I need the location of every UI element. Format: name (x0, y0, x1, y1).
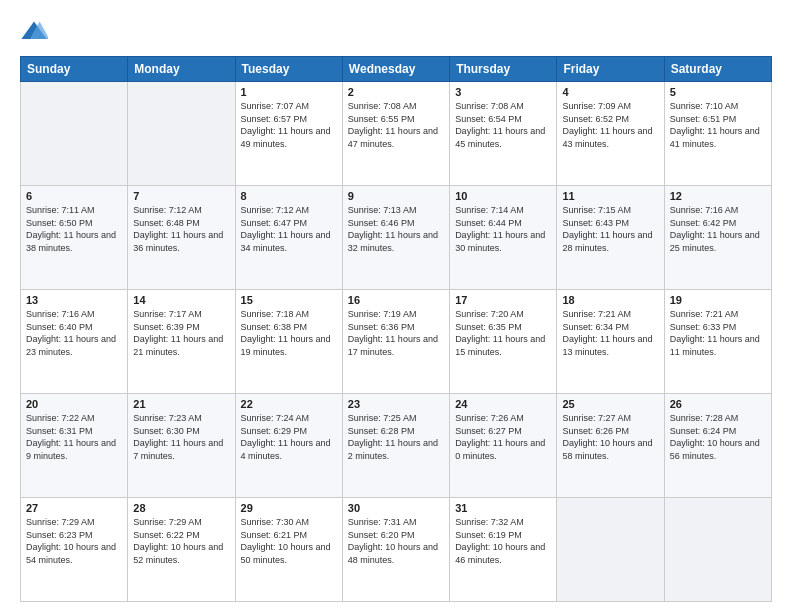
cell-info: Sunrise: 7:13 AMSunset: 6:46 PMDaylight:… (348, 205, 438, 253)
calendar-header-monday: Monday (128, 57, 235, 82)
calendar-cell: 25Sunrise: 7:27 AMSunset: 6:26 PMDayligh… (557, 394, 664, 498)
cell-info: Sunrise: 7:09 AMSunset: 6:52 PMDaylight:… (562, 101, 652, 149)
calendar-header-row: SundayMondayTuesdayWednesdayThursdayFrid… (21, 57, 772, 82)
day-number: 6 (26, 190, 122, 202)
day-number: 17 (455, 294, 551, 306)
cell-info: Sunrise: 7:25 AMSunset: 6:28 PMDaylight:… (348, 413, 438, 461)
cell-info: Sunrise: 7:15 AMSunset: 6:43 PMDaylight:… (562, 205, 652, 253)
day-number: 16 (348, 294, 444, 306)
calendar-cell: 8Sunrise: 7:12 AMSunset: 6:47 PMDaylight… (235, 186, 342, 290)
day-number: 27 (26, 502, 122, 514)
calendar-header-saturday: Saturday (664, 57, 771, 82)
day-number: 20 (26, 398, 122, 410)
cell-info: Sunrise: 7:20 AMSunset: 6:35 PMDaylight:… (455, 309, 545, 357)
day-number: 7 (133, 190, 229, 202)
calendar-cell: 23Sunrise: 7:25 AMSunset: 6:28 PMDayligh… (342, 394, 449, 498)
calendar-cell: 10Sunrise: 7:14 AMSunset: 6:44 PMDayligh… (450, 186, 557, 290)
calendar-cell (557, 498, 664, 602)
calendar-cell: 31Sunrise: 7:32 AMSunset: 6:19 PMDayligh… (450, 498, 557, 602)
cell-info: Sunrise: 7:29 AMSunset: 6:23 PMDaylight:… (26, 517, 116, 565)
day-number: 21 (133, 398, 229, 410)
logo-icon (20, 18, 48, 46)
calendar-cell: 9Sunrise: 7:13 AMSunset: 6:46 PMDaylight… (342, 186, 449, 290)
calendar-cell: 29Sunrise: 7:30 AMSunset: 6:21 PMDayligh… (235, 498, 342, 602)
day-number: 1 (241, 86, 337, 98)
calendar-cell: 16Sunrise: 7:19 AMSunset: 6:36 PMDayligh… (342, 290, 449, 394)
calendar-cell: 18Sunrise: 7:21 AMSunset: 6:34 PMDayligh… (557, 290, 664, 394)
calendar-cell: 17Sunrise: 7:20 AMSunset: 6:35 PMDayligh… (450, 290, 557, 394)
cell-info: Sunrise: 7:16 AMSunset: 6:40 PMDaylight:… (26, 309, 116, 357)
cell-info: Sunrise: 7:12 AMSunset: 6:48 PMDaylight:… (133, 205, 223, 253)
cell-info: Sunrise: 7:12 AMSunset: 6:47 PMDaylight:… (241, 205, 331, 253)
calendar: SundayMondayTuesdayWednesdayThursdayFrid… (20, 56, 772, 602)
calendar-cell: 13Sunrise: 7:16 AMSunset: 6:40 PMDayligh… (21, 290, 128, 394)
logo (20, 18, 52, 46)
calendar-cell: 3Sunrise: 7:08 AMSunset: 6:54 PMDaylight… (450, 82, 557, 186)
cell-info: Sunrise: 7:30 AMSunset: 6:21 PMDaylight:… (241, 517, 331, 565)
calendar-week-5: 27Sunrise: 7:29 AMSunset: 6:23 PMDayligh… (21, 498, 772, 602)
calendar-week-1: 1Sunrise: 7:07 AMSunset: 6:57 PMDaylight… (21, 82, 772, 186)
cell-info: Sunrise: 7:11 AMSunset: 6:50 PMDaylight:… (26, 205, 116, 253)
day-number: 28 (133, 502, 229, 514)
day-number: 8 (241, 190, 337, 202)
cell-info: Sunrise: 7:24 AMSunset: 6:29 PMDaylight:… (241, 413, 331, 461)
day-number: 25 (562, 398, 658, 410)
day-number: 18 (562, 294, 658, 306)
cell-info: Sunrise: 7:18 AMSunset: 6:38 PMDaylight:… (241, 309, 331, 357)
calendar-cell: 21Sunrise: 7:23 AMSunset: 6:30 PMDayligh… (128, 394, 235, 498)
day-number: 26 (670, 398, 766, 410)
cell-info: Sunrise: 7:26 AMSunset: 6:27 PMDaylight:… (455, 413, 545, 461)
day-number: 15 (241, 294, 337, 306)
day-number: 11 (562, 190, 658, 202)
cell-info: Sunrise: 7:17 AMSunset: 6:39 PMDaylight:… (133, 309, 223, 357)
calendar-cell (21, 82, 128, 186)
cell-info: Sunrise: 7:31 AMSunset: 6:20 PMDaylight:… (348, 517, 438, 565)
cell-info: Sunrise: 7:07 AMSunset: 6:57 PMDaylight:… (241, 101, 331, 149)
day-number: 22 (241, 398, 337, 410)
calendar-header-friday: Friday (557, 57, 664, 82)
cell-info: Sunrise: 7:16 AMSunset: 6:42 PMDaylight:… (670, 205, 760, 253)
calendar-header-sunday: Sunday (21, 57, 128, 82)
calendar-week-4: 20Sunrise: 7:22 AMSunset: 6:31 PMDayligh… (21, 394, 772, 498)
day-number: 2 (348, 86, 444, 98)
calendar-cell: 4Sunrise: 7:09 AMSunset: 6:52 PMDaylight… (557, 82, 664, 186)
page: SundayMondayTuesdayWednesdayThursdayFrid… (0, 0, 792, 612)
calendar-week-3: 13Sunrise: 7:16 AMSunset: 6:40 PMDayligh… (21, 290, 772, 394)
calendar-cell: 28Sunrise: 7:29 AMSunset: 6:22 PMDayligh… (128, 498, 235, 602)
cell-info: Sunrise: 7:28 AMSunset: 6:24 PMDaylight:… (670, 413, 760, 461)
calendar-header-wednesday: Wednesday (342, 57, 449, 82)
calendar-header-thursday: Thursday (450, 57, 557, 82)
calendar-cell: 6Sunrise: 7:11 AMSunset: 6:50 PMDaylight… (21, 186, 128, 290)
day-number: 9 (348, 190, 444, 202)
calendar-cell: 7Sunrise: 7:12 AMSunset: 6:48 PMDaylight… (128, 186, 235, 290)
calendar-cell: 30Sunrise: 7:31 AMSunset: 6:20 PMDayligh… (342, 498, 449, 602)
calendar-cell: 20Sunrise: 7:22 AMSunset: 6:31 PMDayligh… (21, 394, 128, 498)
cell-info: Sunrise: 7:10 AMSunset: 6:51 PMDaylight:… (670, 101, 760, 149)
calendar-cell: 11Sunrise: 7:15 AMSunset: 6:43 PMDayligh… (557, 186, 664, 290)
calendar-cell: 1Sunrise: 7:07 AMSunset: 6:57 PMDaylight… (235, 82, 342, 186)
day-number: 23 (348, 398, 444, 410)
cell-info: Sunrise: 7:21 AMSunset: 6:33 PMDaylight:… (670, 309, 760, 357)
day-number: 19 (670, 294, 766, 306)
calendar-week-2: 6Sunrise: 7:11 AMSunset: 6:50 PMDaylight… (21, 186, 772, 290)
cell-info: Sunrise: 7:08 AMSunset: 6:55 PMDaylight:… (348, 101, 438, 149)
day-number: 31 (455, 502, 551, 514)
day-number: 14 (133, 294, 229, 306)
calendar-cell: 15Sunrise: 7:18 AMSunset: 6:38 PMDayligh… (235, 290, 342, 394)
calendar-cell: 12Sunrise: 7:16 AMSunset: 6:42 PMDayligh… (664, 186, 771, 290)
cell-info: Sunrise: 7:32 AMSunset: 6:19 PMDaylight:… (455, 517, 545, 565)
day-number: 5 (670, 86, 766, 98)
cell-info: Sunrise: 7:14 AMSunset: 6:44 PMDaylight:… (455, 205, 545, 253)
calendar-cell: 14Sunrise: 7:17 AMSunset: 6:39 PMDayligh… (128, 290, 235, 394)
header (20, 18, 772, 46)
day-number: 13 (26, 294, 122, 306)
day-number: 24 (455, 398, 551, 410)
day-number: 4 (562, 86, 658, 98)
cell-info: Sunrise: 7:08 AMSunset: 6:54 PMDaylight:… (455, 101, 545, 149)
day-number: 10 (455, 190, 551, 202)
calendar-cell: 26Sunrise: 7:28 AMSunset: 6:24 PMDayligh… (664, 394, 771, 498)
calendar-cell (128, 82, 235, 186)
cell-info: Sunrise: 7:29 AMSunset: 6:22 PMDaylight:… (133, 517, 223, 565)
cell-info: Sunrise: 7:19 AMSunset: 6:36 PMDaylight:… (348, 309, 438, 357)
calendar-cell: 5Sunrise: 7:10 AMSunset: 6:51 PMDaylight… (664, 82, 771, 186)
